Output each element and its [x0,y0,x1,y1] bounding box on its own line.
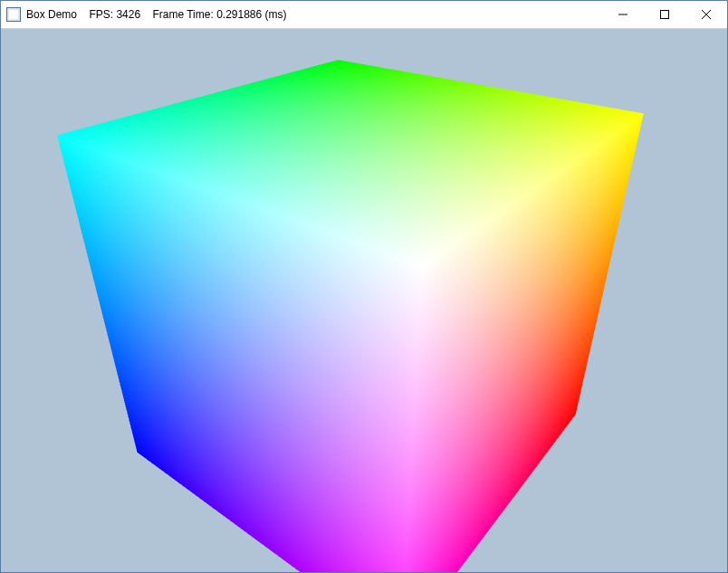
app-icon [6,7,21,22]
window-title: Box Demo FPS: 3426 Frame Time: 0.291886 … [26,8,287,21]
app-name: Box Demo [26,8,77,21]
application-window: Box Demo FPS: 3426 Frame Time: 0.291886 … [0,0,728,573]
close-icon [702,10,711,19]
maximize-icon [660,10,669,19]
svg-rect-0 [661,11,669,19]
window-controls [602,1,727,28]
client-area[interactable] [1,29,727,572]
frametime-value: 0.291886 [216,8,262,21]
fps-value: 3426 [116,8,140,21]
render-canvas[interactable] [1,29,727,572]
title-area: Box Demo FPS: 3426 Frame Time: 0.291886 … [1,7,602,22]
minimize-button[interactable] [602,1,644,28]
maximize-button[interactable] [644,1,685,28]
close-button[interactable] [685,1,727,28]
frametime-unit: (ms) [265,8,287,21]
frametime-label: Frame Time: [152,8,213,21]
minimize-icon [618,10,627,19]
fps-label: FPS: [89,8,113,21]
titlebar[interactable]: Box Demo FPS: 3426 Frame Time: 0.291886 … [1,1,727,29]
